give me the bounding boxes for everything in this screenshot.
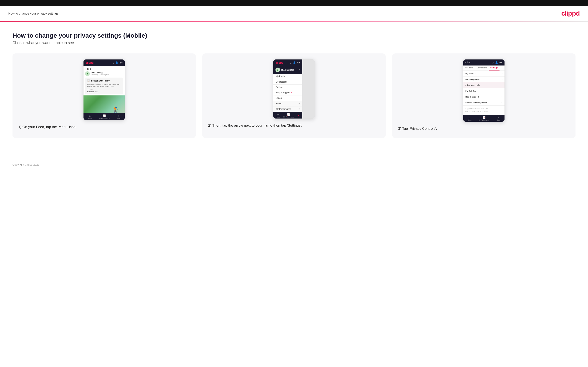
step-1-card: clippd ⌕ 👤 ⊕▾ Feed B Blair McHarg Yeste xyxy=(12,53,196,138)
settings-row-service-privacy: Service & Privacy Policy ↗ xyxy=(463,100,504,106)
home-icon: ⌂ xyxy=(89,114,91,117)
menu-user-chevron-icon: ∧ xyxy=(299,69,300,71)
phone-3-mockup: < Back ⌕ 👤 ⊕▾ My Profile Connections Set… xyxy=(463,59,505,122)
nav3-performance-label: My Performance xyxy=(479,119,489,121)
phone2-side-content xyxy=(302,59,315,118)
phone1-logo: clippd xyxy=(86,61,94,64)
settings-row-my-account: My Account › xyxy=(463,71,504,76)
menu-section-performance: My Performance ∨ xyxy=(273,106,302,112)
phone2-menu-panel: clippd ⌕ 👤 ⊕▾ B Blair McHarg ∧ xyxy=(273,59,302,118)
menu-user-row: B Blair McHarg ∧ xyxy=(273,66,302,74)
feed-user-row: B Blair McHarg Yesterday · Sunningdale xyxy=(85,71,123,76)
step-2-card: clippd ⌕ 👤 ⊕▾ B Blair McHarg ∧ xyxy=(202,53,386,138)
nav3-menu: ≡ Menu xyxy=(496,116,500,121)
data-integrations-chevron-icon: › xyxy=(502,78,502,81)
phone-1-mockup: clippd ⌕ 👤 ⊕▾ Feed B Blair McHarg Yeste xyxy=(83,59,125,120)
my-golf-bag-chevron-icon: › xyxy=(502,90,502,92)
menu-item-profile: My Profile xyxy=(273,74,302,79)
help-support-external-icon: ↗ xyxy=(501,96,502,98)
phone1-content: Feed B Blair McHarg Yesterday · Sunningd… xyxy=(84,66,125,94)
nav-performance: 📈 My Performance xyxy=(99,114,110,119)
header: How to change your privacy settings clip… xyxy=(0,6,588,21)
lesson-icon: 📋 xyxy=(87,79,90,82)
phone1-header: clippd ⌕ 👤 ⊕▾ xyxy=(84,59,125,66)
nav3-performance: 📈 My Performance xyxy=(479,116,489,121)
page-subheading: Choose what you want people to see xyxy=(12,41,576,45)
phone3-icons: ⌕ 👤 ⊕▾ xyxy=(493,61,502,64)
search-icon3: ⌕ xyxy=(493,61,494,64)
golfer-silhouette: 🏌️ xyxy=(112,106,120,113)
lesson-title: Lesson with Fordy xyxy=(91,80,110,82)
feed-user-sub: Yesterday · Sunningdale xyxy=(91,74,109,76)
menu-items-list: My Profile Connections Settings Help & S… xyxy=(273,74,302,101)
duration-value: 01 hr : 30 min xyxy=(87,91,121,93)
settings-icon2: ⊕▾ xyxy=(297,61,300,64)
phone3-header: < Back ⌕ 👤 ⊕▾ xyxy=(463,59,504,66)
menu-item-connections-label: Connections xyxy=(276,81,287,83)
step3-description: 3) Tap 'Privacy Controls'. xyxy=(398,126,570,131)
nav3-menu-label: Menu xyxy=(496,119,500,121)
nav3-home-icon: ⌂ xyxy=(469,116,470,119)
search-icon2: ⌕ xyxy=(290,62,292,64)
settings-row-privacy-controls: Privacy Controls › xyxy=(463,82,504,88)
profile-icon3: 👤 xyxy=(495,61,498,64)
settings-version: Clippd Client Version: 2022.8.3-3 GQL Se… xyxy=(463,106,504,115)
nav-home: ⌂ Home xyxy=(88,114,92,119)
steps-grid: clippd ⌕ 👤 ⊕▾ Feed B Blair McHarg Yeste xyxy=(12,53,576,138)
menu-item-settings: Settings xyxy=(273,85,302,90)
phone3-bottom-nav: ⌂ Home 📈 My Performance ≡ Menu xyxy=(463,115,504,122)
menu-user-info: B Blair McHarg xyxy=(276,67,294,72)
nav2-performance-label: My Performance xyxy=(283,116,294,118)
footer: Copyright Clippd 2022 xyxy=(0,159,588,170)
external-icon: ↗ xyxy=(290,92,292,93)
nav-menu: ≡ Menu xyxy=(117,114,120,119)
profile-icon2: 👤 xyxy=(293,61,296,64)
phone2-bottom-nav: ⌂ Home 📈 My Performance ✕ xyxy=(273,112,302,118)
phone-2-mockup: clippd ⌕ 👤 ⊕▾ B Blair McHarg ∧ xyxy=(273,59,315,119)
feed-username: Blair McHarg xyxy=(91,72,109,74)
nav3-home: ⌂ Home xyxy=(468,116,472,121)
logo: clippd xyxy=(561,9,580,17)
menu-username: Blair McHarg xyxy=(281,69,294,71)
settings-row-my-golf-bag: My Golf Bag › xyxy=(463,88,504,94)
menu-section-home: Home ∨ xyxy=(273,101,302,106)
menu-section-home-chevron-icon: ∨ xyxy=(298,102,300,105)
my-account-chevron-icon: › xyxy=(502,72,502,75)
nav-home-label: Home xyxy=(88,118,92,119)
settings-service-privacy-label: Service & Privacy Policy xyxy=(465,101,487,104)
settings-data-integrations-label: Data Integrations xyxy=(465,78,480,81)
menu-icon: ≡ xyxy=(118,114,119,117)
feed-label: Feed xyxy=(85,67,123,70)
golf-image: 🏌️ xyxy=(84,95,125,113)
nav2-home-label: Home xyxy=(276,116,280,118)
phone2-logo: clippd xyxy=(276,61,283,64)
settings-help-support-label: Help & Support xyxy=(465,96,479,98)
nav2-home-icon: ⌂ xyxy=(277,113,279,116)
nav2-close: ✕ xyxy=(298,114,300,117)
menu-section-performance-label: My Performance xyxy=(276,108,291,110)
step1-description: 1) On your Feed, tap the 'Menu' icon. xyxy=(18,124,190,130)
feed-avatar: B xyxy=(85,71,90,76)
menu-item-help: Help & Support ↗ xyxy=(273,90,302,95)
menu-item-settings-label: Settings xyxy=(276,86,283,88)
version2: GQL Server Version: 2022.7.30-1 xyxy=(465,110,502,113)
menu-section-home-label: Home xyxy=(276,102,282,105)
top-bar xyxy=(0,0,588,6)
header-title: How to change your privacy settings xyxy=(8,12,59,15)
nav2-performance: 📈 My Performance xyxy=(283,113,294,118)
back-button-label: < Back xyxy=(465,61,472,64)
menu-item-logout: Logout xyxy=(273,95,302,101)
phone1-bottom-nav: ⌂ Home 📈 My Performance ≡ Menu xyxy=(84,113,125,120)
settings-my-golf-bag-label: My Golf Bag xyxy=(465,90,476,92)
nav-performance-label: My Performance xyxy=(99,118,110,119)
settings-tabs: My Profile Connections Settings xyxy=(463,66,504,71)
copyright: Copyright Clippd 2022 xyxy=(12,163,39,166)
nav3-menu-icon: ≡ xyxy=(498,116,499,119)
search-icon: ⌕ xyxy=(113,62,114,64)
phone2-header: clippd ⌕ 👤 ⊕▾ xyxy=(273,59,302,66)
lesson-text: Looking to feel like my hands are exitin… xyxy=(87,83,121,88)
step2-description: 2) Then, tap the arrow next to your name… xyxy=(208,123,380,128)
lesson-header: 📋 Lesson with Fordy xyxy=(87,79,121,82)
menu-item-help-label: Help & Support xyxy=(276,92,290,94)
menu-item-logout-label: Logout xyxy=(276,97,282,99)
